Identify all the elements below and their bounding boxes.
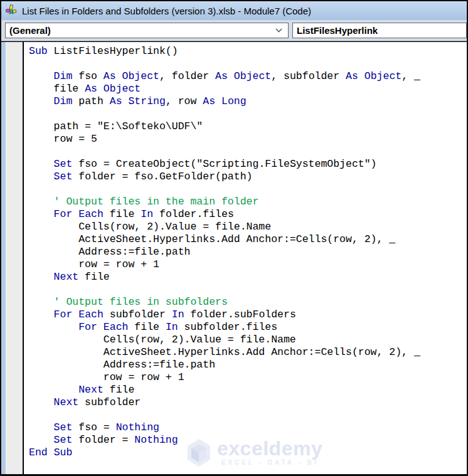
code-line: Cells(row, 2).Value = file.Name [29, 221, 467, 233]
code-line [29, 283, 467, 296]
margin-indicator-bar[interactable] [6, 42, 24, 474]
vba-module-icon [5, 4, 18, 17]
window-title: List Files in Folders and Subfolders (ve… [22, 6, 311, 16]
code-line: Next subfolder [29, 396, 467, 409]
code-line: file As Object [29, 83, 467, 95]
code-line: Address:=file.path [29, 359, 467, 371]
vbe-code-window: List Files in Folders and Subfolders (ve… [0, 0, 468, 476]
code-line [29, 409, 467, 421]
code-line: Set fso = CreateObject("Scripting.FileSy… [29, 158, 467, 171]
code-section: exceldemy EXCEL - DATA - BI Sub ListFile… [1, 41, 467, 474]
code-line: Set fso = Nothing [29, 421, 467, 434]
code-line: For Each subfolder In folder.subFolders [29, 309, 467, 321]
code-line: Sub ListFilesHyperlink() [29, 45, 467, 58]
code-lines: Sub ListFilesHyperlink() Dim fso As Obje… [24, 42, 467, 459]
object-dropdown[interactable]: (General) [5, 23, 289, 38]
code-line: path = "E:\Softeko\UDF\" [29, 120, 467, 133]
code-line: ActiveSheet.Hyperlinks.Add Anchor:=Cells… [29, 233, 467, 246]
code-line: Next file [29, 384, 467, 396]
procedure-dropdown[interactable]: ListFilesHyperlink [292, 23, 467, 38]
code-line: End Sub [29, 447, 467, 459]
code-line [29, 108, 467, 120]
code-line [29, 58, 467, 70]
code-line [29, 183, 467, 196]
code-line: Address:=file.path [29, 246, 467, 258]
code-line: ' Output files in the main folder [29, 196, 467, 208]
code-line: For Each file In subfolder.files [29, 321, 467, 334]
code-editor[interactable]: exceldemy EXCEL - DATA - BI Sub ListFile… [24, 42, 467, 474]
code-line: Dim path As String, row As Long [29, 95, 467, 108]
code-line: For Each file In folder.files [29, 208, 467, 221]
object-dropdown-value: (General) [9, 25, 51, 36]
code-line: Cells(row, 2).Value = file.Name [29, 334, 467, 346]
window-frame-strip [1, 42, 6, 474]
procedure-dropdown-value: ListFilesHyperlink [297, 25, 378, 36]
code-line [29, 145, 467, 158]
code-line: ActiveSheet.Hyperlinks.Add Anchor:=Cells… [29, 346, 467, 359]
watermark-tagline: EXCEL - DATA - BI [221, 459, 319, 466]
code-line: row = row + 1 [29, 371, 467, 384]
dropdown-toolbar: (General) ListFilesHyperlink [1, 20, 467, 41]
title-bar[interactable]: List Files in Folders and Subfolders (ve… [1, 1, 467, 20]
code-line: Dim fso As Object, folder As Object, sub… [29, 70, 467, 83]
code-line: Set folder = Nothing [29, 434, 467, 447]
code-line: row = 5 [29, 133, 467, 145]
code-line: ' Output files in subfolders [29, 296, 467, 309]
code-line: Next file [29, 271, 467, 283]
code-line: row = row + 1 [29, 258, 467, 271]
chevron-down-icon[interactable] [275, 28, 284, 33]
code-line: Set folder = fso.GetFolder(path) [29, 171, 467, 183]
